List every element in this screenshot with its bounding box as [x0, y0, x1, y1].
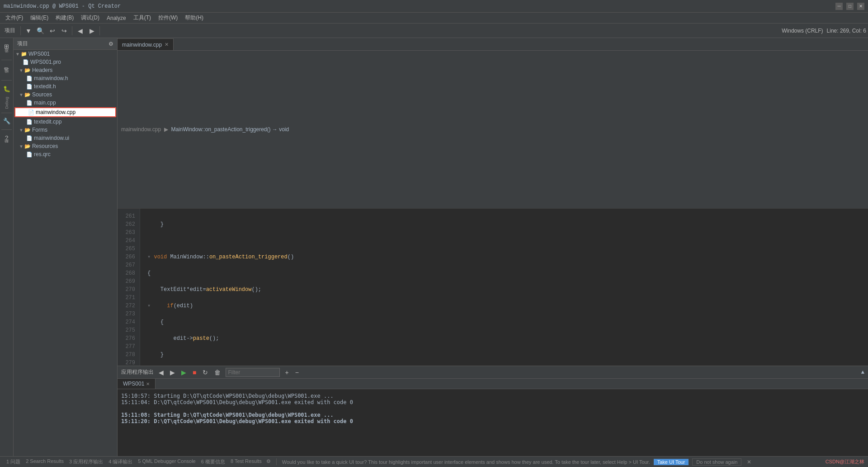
help-icon[interactable]: ? [0, 132, 13, 144]
csdn-watermark: CSDN@江湖之林 [826, 458, 864, 465]
tree-item-sources[interactable]: ▼ 📂 Sources [14, 91, 117, 99]
pro-icon: 📄 [23, 59, 29, 65]
help-label: 帮助 [3, 144, 10, 148]
bottom-panel: 应用程序输出 ◀ ▶ ▶ ■ ↻ 🗑 + − ▲ WPS001 ✕ [118, 366, 868, 456]
tree-item-textedit-h[interactable]: 📄 textedit.h [14, 82, 117, 91]
statusbar-tab-test[interactable]: 8 Test Results [228, 458, 264, 465]
output-spacer [121, 405, 864, 412]
bottom-toolbar-btn1[interactable]: ◀ [157, 369, 165, 376]
close-button[interactable]: ✕ [857, 3, 864, 10]
trash-btn[interactable]: 🗑 [213, 369, 222, 376]
toolbar-btn-4[interactable]: ↪ [59, 25, 70, 37]
statusbar-tabs: 1 问题 2 Search Results 3 应用程序输出 4 编译输出 5 … [4, 458, 277, 465]
mainwindow-cpp-label: mainwindow.cpp [36, 109, 75, 115]
statusbar-tab-output[interactable]: 3 应用程序输出 [66, 458, 106, 465]
minimize-button[interactable]: ─ [835, 3, 843, 10]
tree-item-mainwindow-ui[interactable]: 📄 mainwindow.ui [14, 134, 117, 142]
maximize-button[interactable]: □ [846, 3, 854, 10]
menu-analyze[interactable]: Analyze [103, 13, 130, 24]
resources-label: Resources [32, 143, 58, 149]
do-not-show-button[interactable]: Do not show again [692, 458, 741, 466]
resources-arrow: ▼ [19, 144, 24, 149]
tree-item-resources[interactable]: ▼ 📂 Resources [14, 142, 117, 150]
rerun-btn[interactable]: ↻ [201, 369, 209, 376]
titlebar-controls: ─ □ ✕ [835, 3, 864, 10]
statusbar-tab-qml[interactable]: 5 QML Debugger Console [135, 458, 198, 465]
wrench-icon[interactable]: 🔧 [0, 115, 13, 128]
tab-wps001-label: WPS001 [123, 381, 144, 387]
toolbar-nav-back[interactable]: ◀ [75, 25, 85, 37]
tab-close-icon[interactable]: ✕ [165, 42, 169, 48]
statusbar-tab-search[interactable]: 2 Search Results [23, 458, 66, 465]
code-editor[interactable]: 261 262 263 264 265 266 267 268 269 270 … [118, 209, 868, 366]
tree-item-textedit-cpp[interactable]: 📄 textedit.cpp [14, 118, 117, 126]
take-tour-button[interactable]: Take UI Tour [654, 459, 689, 465]
forms-arrow: ▼ [19, 128, 24, 133]
bottom-output: 15:10:57: Starting D:\QT\qtCode\WPS001\D… [118, 389, 868, 456]
toolbar-nav-fwd[interactable]: ▶ [86, 25, 97, 37]
menu-tools[interactable]: 工具(T) [130, 13, 155, 24]
toolbar-sep-1 [20, 26, 21, 35]
statusbar-tab-compile[interactable]: 4 编译输出 [106, 458, 135, 465]
wps001-icon: 📁 [21, 51, 27, 57]
far-left-div-3 [1, 113, 12, 113]
tree-item-res-qrc[interactable]: 📄 res.qrc [14, 150, 117, 158]
tab-wps001[interactable]: WPS001 ✕ [118, 379, 156, 389]
far-left-div-2 [1, 80, 12, 81]
filter-add-btn[interactable]: + [283, 369, 290, 376]
tree-item-forms[interactable]: ▼ 📂 Forms [14, 126, 117, 134]
wps001-label: WPS001 [28, 51, 50, 57]
wps001pro-label: WPS001.pro [30, 59, 61, 65]
ui-file-icon: 📄 [26, 135, 33, 141]
menu-file[interactable]: 文件(F) [2, 13, 27, 24]
code-content[interactable]: } ▾ void MainWindow::on_pasteAction_trig… [140, 209, 868, 366]
tab-label: mainwindow.cpp [122, 42, 162, 48]
debug-icon[interactable]: 🐛 [0, 82, 13, 95]
menu-control[interactable]: 控件(W) [155, 13, 181, 24]
statusbar-tab-general[interactable]: 6 概要信息 [198, 458, 228, 465]
menu-edit[interactable]: 编辑(E) [27, 13, 52, 24]
tab-wps001-close[interactable]: ✕ [146, 381, 150, 386]
bottom-toolbar: 应用程序输出 ◀ ▶ ▶ ■ ↻ 🗑 + − ▲ [118, 366, 868, 379]
statusbar-settings[interactable]: ⚙ [264, 458, 273, 465]
menu-build[interactable]: 构建(B) [52, 13, 77, 24]
tab-mainwindow-cpp[interactable]: mainwindow.cpp ✕ [118, 38, 174, 50]
statusbar-close-icon[interactable]: ✕ [745, 459, 753, 465]
line-col: Line: 269, Col: 6 [827, 28, 866, 34]
tree-item-wps001pro[interactable]: 📄 WPS001.pro [14, 58, 117, 66]
toolbar-btn-1[interactable]: ▼ [23, 25, 34, 37]
grid-icon[interactable]: ⊞ [0, 40, 13, 52]
run-btn[interactable]: ▶ [180, 369, 188, 376]
edit-icon[interactable]: ✏ [0, 62, 13, 75]
bottom-tabs-row: WPS001 ✕ [118, 379, 868, 389]
resources-icon: 📂 [24, 143, 31, 149]
collapse-icon: ▲ [861, 369, 864, 376]
mainwindow-h-label: mainwindow.h [34, 75, 68, 81]
menu-debug[interactable]: 调试(D) [77, 13, 103, 24]
tree-filter-icon[interactable]: ⚙ [108, 41, 113, 47]
filter-input[interactable] [226, 368, 280, 377]
tree-item-mainwindow-cpp[interactable]: 📄 mainwindow.cpp [14, 107, 116, 117]
tree-item-main-cpp[interactable]: 📄 main.cpp [14, 99, 117, 107]
bottom-toolbar-btn2[interactable]: ▶ [169, 369, 176, 376]
stop-btn[interactable]: ■ [191, 369, 198, 376]
output-line-2: 15:11:04: D:\QT\qtCode\WPS001\Debug\debu… [121, 399, 864, 405]
wps001-arrow: ▼ [15, 52, 20, 57]
tree-item-wps001[interactable]: ▼ 📁 WPS001 [14, 50, 117, 58]
statusbar-tab-issues[interactable]: 1 问题 [4, 458, 23, 465]
far-left-div-4 [1, 129, 12, 130]
tree-item-headers[interactable]: ▼ 📂 Headers [14, 66, 117, 74]
toolbar-sep-2 [72, 26, 72, 35]
tree-header-icons: ⚙ [108, 41, 113, 47]
tree-item-mainwindow-h[interactable]: 📄 mainwindow.h [14, 74, 117, 82]
menu-help[interactable]: 帮助(H) [181, 13, 207, 24]
line-264: { [147, 269, 861, 277]
line-263: ▾ void MainWindow::on_pasteAction_trigge… [147, 253, 861, 261]
compile-label: 编辑 [3, 75, 10, 78]
mainwindow-ui-label: mainwindow.ui [34, 135, 69, 141]
debug-label: Debug [4, 95, 10, 111]
line-262 [147, 237, 861, 245]
toolbar-btn-2[interactable]: 🔍 [35, 25, 46, 37]
toolbar-btn-3[interactable]: ↩ [47, 25, 58, 37]
filter-remove-btn[interactable]: − [294, 369, 300, 376]
